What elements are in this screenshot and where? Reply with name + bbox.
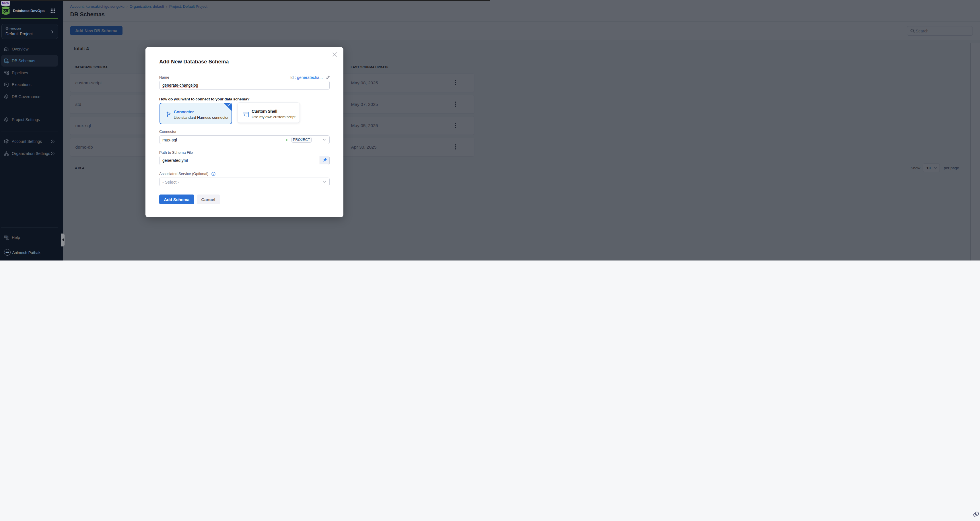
svg-text:?: ? bbox=[5, 236, 6, 238]
